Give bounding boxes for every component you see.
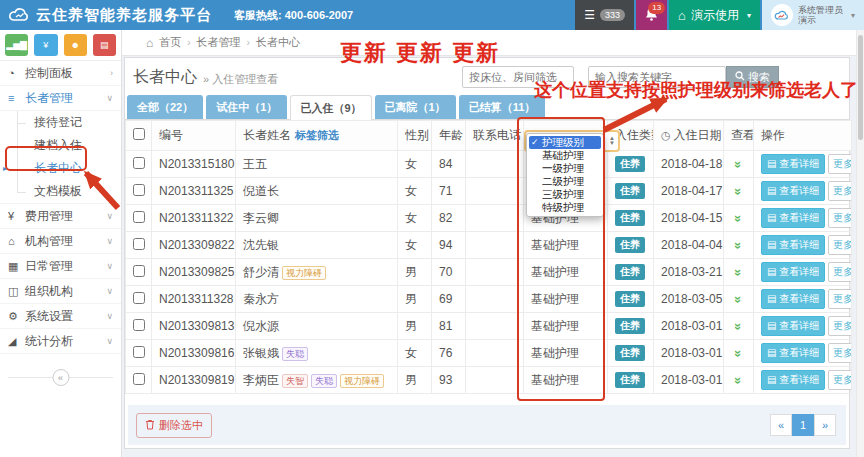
- tab-已结算11[interactable]: 已结算（11）: [459, 95, 546, 119]
- quick-button-members[interactable]: ☻: [64, 34, 87, 56]
- row-checkbox[interactable]: [133, 265, 145, 277]
- resident-type-badge: 住养: [615, 156, 645, 172]
- more-button[interactable]: 更多 ∨: [828, 235, 851, 255]
- sidebar-item-stats-analysis[interactable]: ◢统计分析∨: [0, 329, 121, 354]
- sidebar-item-label: 费用管理: [25, 208, 106, 225]
- row-checkbox[interactable]: [133, 346, 145, 358]
- care-option-3[interactable]: 二级护理: [527, 175, 603, 188]
- cell-id: N2013309813: [152, 313, 236, 340]
- sidebar-item-daily-mgmt[interactable]: ▦日常管理∨: [0, 254, 121, 279]
- quick-button-stats[interactable]: ▂▅▇: [5, 34, 28, 56]
- view-detail-label: 查看详细: [779, 293, 819, 304]
- expand-chevrons-icon[interactable]: »: [731, 160, 746, 167]
- sidebar-subitem-doc-template[interactable]: 文档模板: [0, 180, 121, 203]
- sidebar-collapse-button[interactable]: «: [52, 369, 69, 386]
- view-detail-button[interactable]: ▤ 查看详细: [761, 370, 825, 390]
- more-button[interactable]: 更多 ∨: [828, 262, 851, 282]
- care-option-1[interactable]: 基础护理: [527, 149, 603, 162]
- expand-chevrons-icon[interactable]: »: [731, 187, 746, 194]
- cell-age: 70: [432, 259, 466, 286]
- row-checkbox[interactable]: [133, 157, 145, 169]
- row-checkbox[interactable]: [133, 184, 145, 196]
- breadcrumb-item[interactable]: 首页: [159, 35, 181, 50]
- care-option-5[interactable]: 特级护理: [527, 201, 603, 214]
- cell-gender: 男: [398, 367, 432, 394]
- tag-filter-link[interactable]: 标签筛选: [295, 129, 339, 141]
- tab-已入住9[interactable]: 已入住（9）: [290, 95, 371, 120]
- cell-care-level: 基础护理: [524, 313, 608, 340]
- tab-全部22[interactable]: 全部（22）: [127, 95, 203, 119]
- care-option-4[interactable]: 三级护理: [527, 188, 603, 201]
- view-detail-button[interactable]: ▤ 查看详细: [761, 262, 825, 282]
- sidebar-item-fee-mgmt[interactable]: ¥费用管理∨: [0, 204, 121, 229]
- more-button[interactable]: 更多 ∨: [828, 343, 851, 363]
- demo-mode-menu[interactable]: ⌂ 演示使用 ▾: [669, 0, 760, 30]
- pagination-next-button[interactable]: »: [814, 414, 836, 436]
- chevron-down-icon: ∨: [106, 211, 113, 221]
- cell-name: 倪水源: [236, 313, 398, 340]
- view-detail-label: 查看详细: [779, 239, 819, 250]
- expand-chevrons-icon[interactable]: »: [731, 349, 746, 356]
- more-button[interactable]: 更多 ∨: [828, 208, 851, 228]
- select-all-checkbox[interactable]: [133, 128, 145, 140]
- delete-selected-button[interactable]: 删除选中: [136, 413, 212, 438]
- tab-已离院1[interactable]: 已离院（1）: [375, 95, 456, 119]
- quick-button-cards[interactable]: ▤: [93, 34, 116, 56]
- pagination-page-button[interactable]: 1: [792, 414, 814, 436]
- sidebar-item-organization[interactable]: ◫组织机构∨: [0, 279, 121, 304]
- breadcrumb-item[interactable]: 长者管理: [197, 35, 241, 50]
- care-option-label: 一级护理: [542, 162, 584, 174]
- expand-chevrons-icon[interactable]: »: [731, 376, 746, 383]
- expand-chevrons-icon[interactable]: »: [731, 241, 746, 248]
- cell-phone: [466, 178, 524, 205]
- view-detail-button[interactable]: ▤ 查看详细: [761, 289, 825, 309]
- expand-chevrons-icon[interactable]: »: [731, 295, 746, 302]
- cell-gender: 女: [398, 340, 432, 367]
- view-detail-button[interactable]: ▤ 查看详细: [761, 181, 825, 201]
- view-detail-button[interactable]: ▤ 查看详细: [761, 208, 825, 228]
- view-detail-button[interactable]: ▤ 查看详细: [761, 154, 825, 174]
- row-checkbox[interactable]: [133, 238, 145, 250]
- care-option-0[interactable]: ✓护理级别: [529, 136, 601, 149]
- breadcrumb-item[interactable]: 长者中心: [256, 35, 300, 50]
- row-checkbox[interactable]: [133, 319, 145, 331]
- view-detail-button[interactable]: ▤ 查看详细: [761, 316, 825, 336]
- vertical-scrollbar[interactable]: [856, 30, 864, 457]
- cell-checkbox: [126, 367, 152, 394]
- chevron-down-icon: ∨: [106, 261, 113, 271]
- sidebar-item-org-mgmt[interactable]: ⌂机构管理∨: [0, 229, 121, 254]
- view-detail-button[interactable]: ▤ 查看详细: [761, 343, 825, 363]
- sidebar-subitem-elder-center[interactable]: ▸长者中心: [0, 157, 121, 180]
- row-checkbox[interactable]: [133, 292, 145, 304]
- tab-试住中1[interactable]: 试住中（1）: [206, 95, 287, 119]
- sidebar-subitem-reception[interactable]: 接待登记: [0, 111, 121, 134]
- cell-view: »: [724, 286, 754, 313]
- resident-type-badge: 住养: [615, 183, 645, 199]
- cell-operations: ▤ 查看详细更多 ∨: [754, 313, 852, 340]
- sidebar-item-elder-mgmt[interactable]: ≡长者管理∨: [0, 86, 121, 111]
- quick-button-fees[interactable]: ¥: [34, 34, 57, 56]
- user-menu[interactable]: 系统管理员 演示 ▾: [762, 0, 864, 30]
- more-button[interactable]: 更多 ∨: [828, 289, 851, 309]
- more-button[interactable]: 更多 ∨: [828, 316, 851, 336]
- scrollbar-thumb[interactable]: [858, 35, 863, 140]
- more-button[interactable]: 更多 ∨: [828, 181, 851, 201]
- pagination-prev-button[interactable]: «: [770, 414, 792, 436]
- cell-age: 71: [432, 178, 466, 205]
- messages-button[interactable]: ☰ 333: [575, 0, 634, 30]
- view-detail-button[interactable]: ▤ 查看详细: [761, 235, 825, 255]
- more-button[interactable]: 更多 ∨: [828, 154, 851, 174]
- expand-chevrons-icon[interactable]: »: [731, 268, 746, 275]
- more-button[interactable]: 更多 ∨: [828, 370, 851, 390]
- row-checkbox[interactable]: [133, 211, 145, 223]
- care-option-2[interactable]: 一级护理: [527, 162, 603, 175]
- doc-icon: ▤: [767, 158, 779, 169]
- expand-chevrons-icon[interactable]: »: [731, 214, 746, 221]
- sidebar-subitem-checkin[interactable]: 建档入住: [0, 134, 121, 157]
- row-checkbox[interactable]: [133, 373, 145, 385]
- expand-chevrons-icon[interactable]: »: [731, 322, 746, 329]
- sidebar-item-sys-settings[interactable]: ⚙系统设置∨: [0, 304, 121, 329]
- notifications-button[interactable]: 13: [636, 0, 667, 30]
- sidebar-item-dashboard[interactable]: ◔控制面板›: [0, 61, 121, 86]
- table-row: N2013311328秦永方男69基础护理住养2018-03-05»▤ 查看详细…: [126, 286, 852, 313]
